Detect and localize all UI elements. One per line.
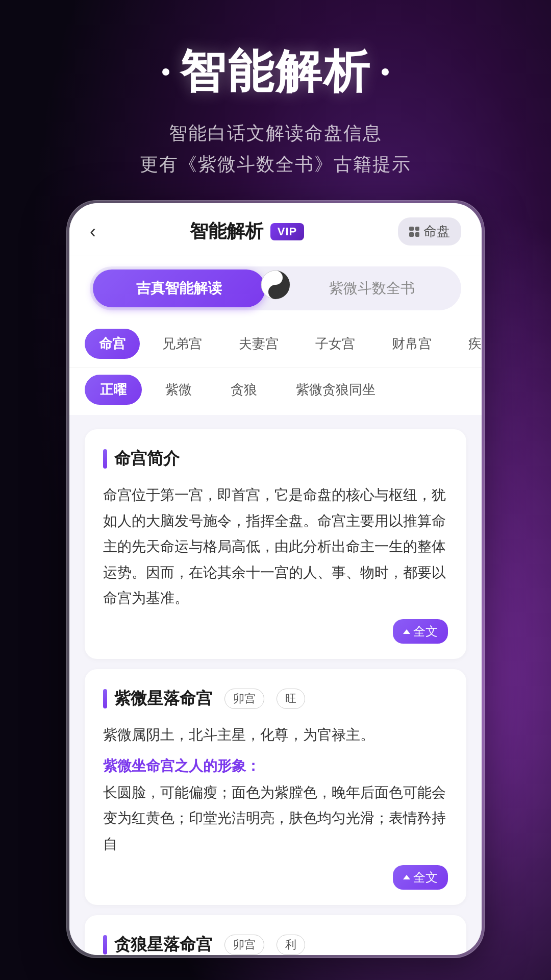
left-dot <box>162 68 169 76</box>
svg-point-2 <box>272 289 279 295</box>
card2-purple-heading: 紫微坐命宫之人的形象： <box>103 756 448 776</box>
card3-title-bar <box>103 935 107 954</box>
card3-tag-maogong: 卯宫 <box>224 935 264 955</box>
nav-right-label: 命盘 <box>423 223 450 240</box>
subtitle-line2: 更有《紫微斗数全书》古籍提示 <box>140 149 411 180</box>
phone-mockup: ‹ 智能解析 VIP 命盘 吉真智能解 <box>66 200 485 958</box>
sub-tab-ziwei[interactable]: 紫微 <box>150 375 207 405</box>
svg-point-1 <box>272 275 279 281</box>
back-button[interactable]: ‹ <box>90 221 96 242</box>
card3-title-row: 贪狼星落命宫 卯宫 利 <box>103 934 448 955</box>
card2-read-more-btn[interactable]: 全文 <box>393 865 448 890</box>
vip-badge: VIP <box>270 223 304 240</box>
card2-body1: 紫微属阴土，北斗主星，化尊，为官禄主。 <box>103 722 448 748</box>
title-row: 智能解析 <box>140 41 411 103</box>
cat-tab-xiongdigong[interactable]: 兄弟宫 <box>148 329 216 359</box>
cat-tab-zinugong[interactable]: 子女宫 <box>301 329 369 359</box>
category-tabs: 命宫 兄弟宫 夫妻宫 子女宫 财帛宫 疾 <box>69 321 482 368</box>
cat-tab-mingong[interactable]: 命宫 <box>85 329 140 359</box>
card1-title: 命宫简介 <box>114 448 180 470</box>
nav-title-area: 智能解析 VIP <box>190 219 304 244</box>
header-section: 智能解析 智能白话文解读命盘信息 更有《紫微斗数全书》古籍提示 <box>140 41 411 180</box>
right-dot <box>382 68 389 76</box>
cat-tab-caibogong[interactable]: 财帛宫 <box>378 329 446 359</box>
chevron-up-icon <box>403 629 410 634</box>
phone-inner: ‹ 智能解析 VIP 命盘 吉真智能解 <box>69 203 482 955</box>
cat-tab-fuqigong[interactable]: 夫妻宫 <box>224 329 293 359</box>
app-navbar: ‹ 智能解析 VIP 命盘 <box>69 203 482 256</box>
card2-tag-maogong: 卯宫 <box>224 689 264 709</box>
cat-tab-ji[interactable]: 疾 <box>454 329 482 359</box>
card1-read-more-row[interactable]: 全文 <box>103 619 448 644</box>
page-title: 智能解析 <box>180 41 371 103</box>
card1-read-more-btn[interactable]: 全文 <box>393 619 448 644</box>
card-tanlang-mingong: 贪狼星落命宫 卯宫 利 <box>85 915 466 955</box>
yin-yang-icon <box>260 270 291 300</box>
toggle-left[interactable]: 吉真智能解读 <box>93 270 265 307</box>
card2-title: 紫微星落命宫 <box>114 688 212 710</box>
card3-title: 贪狼星落命宫 <box>114 934 212 955</box>
card2-tag-wang: 旺 <box>277 689 305 709</box>
nav-right-button[interactable]: 命盘 <box>398 217 461 246</box>
card1-read-more-label: 全文 <box>413 623 438 640</box>
card2-body2: 长圆脸，可能偏瘦；面色为紫膛色，晚年后面色可能会变为红黄色；印堂光洁明亮，肤色均… <box>103 780 448 857</box>
card3-tag-li: 利 <box>277 935 305 955</box>
toggle-container: 吉真智能解读 紫微斗数全书 <box>90 266 461 310</box>
toggle-right[interactable]: 紫微斗数全书 <box>286 270 458 307</box>
sub-tab-tanlang[interactable]: 贪狼 <box>215 375 272 405</box>
sub-tab-zhengyao[interactable]: 正曜 <box>85 375 142 405</box>
card2-read-more-label: 全文 <box>413 869 438 886</box>
card1-title-bar <box>103 449 107 469</box>
nav-title: 智能解析 <box>190 219 263 244</box>
card2-title-row: 紫微星落命宫 卯宫 旺 <box>103 688 448 710</box>
card1-title-row: 命宫简介 <box>103 448 448 470</box>
card1-body: 命宫位于第一宫，即首宫，它是命盘的核心与枢纽，犹如人的大脑发号施令，指挥全盘。命… <box>103 482 448 611</box>
scroll-area: 命宫简介 命宫位于第一宫，即首宫，它是命盘的核心与枢纽，犹如人的大脑发号施令，指… <box>69 419 482 955</box>
subtitle-line1: 智能白话文解读命盘信息 <box>140 117 411 149</box>
sub-tab-ziwei-tanlang[interactable]: 紫微贪狼同坐 <box>281 375 391 405</box>
card2-title-bar <box>103 689 107 708</box>
card-ziwei-mingong: 紫微星落命宫 卯宫 旺 紫微属阴土，北斗主星，化尊，为官禄主。 紫微坐命宫之人的… <box>85 669 466 905</box>
card2-read-more-row[interactable]: 全文 <box>103 865 448 890</box>
sub-tabs: 正曜 紫微 贪狼 紫微贪狼同坐 <box>69 368 482 419</box>
grid-icon <box>409 227 419 237</box>
card-mingong-intro: 命宫简介 命宫位于第一宫，即首宫，它是命盘的核心与枢纽，犹如人的大脑发号施令，指… <box>85 429 466 659</box>
chevron-up-icon2 <box>403 875 410 879</box>
toggle-section: 吉真智能解读 紫微斗数全书 <box>69 256 482 321</box>
